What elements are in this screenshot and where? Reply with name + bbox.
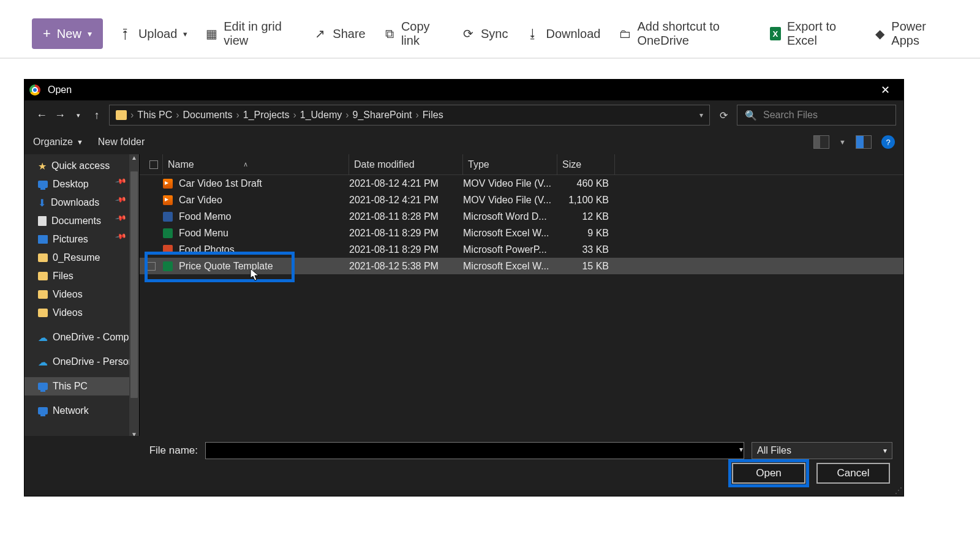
filter-label: All Files xyxy=(757,445,791,456)
sidebar-item[interactable]: Videos xyxy=(24,285,139,304)
export-excel-button[interactable]: X Export to Excel xyxy=(767,16,858,51)
sidebar-scrollbar[interactable]: ▲▼ xyxy=(129,154,139,441)
col-type-label: Type xyxy=(468,159,489,170)
help-button[interactable]: ? xyxy=(881,135,895,149)
upload-icon: ⭱ xyxy=(119,27,132,40)
search-icon: 🔍 xyxy=(745,110,757,121)
upload-label: Upload xyxy=(138,27,177,41)
col-name[interactable]: Name∧ xyxy=(163,154,349,174)
cancel-button[interactable]: Cancel xyxy=(816,463,890,484)
breadcrumb-seg[interactable]: This PC xyxy=(137,110,172,121)
forward-button[interactable]: → xyxy=(53,109,67,122)
download-icon: ⭳ xyxy=(526,27,540,40)
sidebar-item[interactable]: 0_Resume xyxy=(24,249,139,267)
add-shortcut-button[interactable]: 🗀 Add shortcut to OneDrive xyxy=(616,16,753,51)
address-bar[interactable]: › This PC› Documents› 1_Projects› 1_Udem… xyxy=(109,105,710,126)
sidebar-item[interactable]: ★Quick access xyxy=(24,157,139,175)
file-row[interactable]: Car Video2021-08-12 4:21 PMMOV Video Fil… xyxy=(140,192,903,208)
chevron-down-icon: ▼ xyxy=(77,138,83,146)
file-name-input[interactable] xyxy=(205,442,744,459)
resize-grip[interactable]: ⋰ xyxy=(895,486,901,495)
breadcrumb-seg[interactable]: Files xyxy=(423,110,443,121)
dialog-title: Open xyxy=(48,84,72,96)
dialog-footer: File name: ▾ All Files ▾ Open Cancel ⋰ xyxy=(24,436,903,496)
sidebar-item[interactable]: Desktop📌 xyxy=(24,175,139,193)
chevron-down-icon: ▾ xyxy=(88,29,92,39)
sidebar-item[interactable]: ☁OneDrive - Persor xyxy=(24,353,139,371)
sidebar-item[interactable]: Documents📌 xyxy=(24,212,139,230)
edit-grid-label: Edit in grid view xyxy=(224,20,295,48)
organize-label: Organize xyxy=(33,137,73,148)
recent-dropdown[interactable]: ▾ xyxy=(71,111,86,119)
download-button[interactable]: ⭳ Download xyxy=(524,23,603,45)
grid-icon: ▦ xyxy=(206,27,217,40)
back-button[interactable]: ← xyxy=(34,109,49,122)
col-date[interactable]: Date modified xyxy=(349,154,463,174)
file-type-filter[interactable]: All Files ▾ xyxy=(752,442,892,459)
sidebar-item[interactable]: Network xyxy=(24,402,139,420)
chevron-down-icon[interactable]: ▼ xyxy=(839,138,846,146)
dialog-toolbar: Organize ▼ New folder ▼ ? xyxy=(24,130,903,154)
search-placeholder: Search Files xyxy=(763,110,818,121)
upload-button[interactable]: ⭱ Upload ▾ xyxy=(116,23,190,45)
nav-row: ← → ▾ ↑ › This PC› Documents› 1_Projects… xyxy=(24,100,903,130)
file-row[interactable]: Car Video 1st Draft2021-08-12 4:21 PMMOV… xyxy=(140,175,903,192)
organize-menu[interactable]: Organize ▼ xyxy=(33,137,83,148)
chrome-icon xyxy=(29,84,40,96)
sidebar-item[interactable]: Files xyxy=(24,267,139,285)
sidebar-item[interactable]: Pictures📌 xyxy=(24,230,139,249)
plus-icon: + xyxy=(43,26,51,42)
col-size[interactable]: Size xyxy=(557,154,615,174)
file-name-label: File name: xyxy=(149,444,198,457)
sidebar-item[interactable]: This PC xyxy=(24,377,139,395)
breadcrumb-seg[interactable]: 1_Udemy xyxy=(300,110,342,121)
sidebar-item[interactable]: ⬇Downloads📌 xyxy=(24,193,139,212)
download-label: Download xyxy=(546,27,600,41)
file-row[interactable]: Food Photos2021-08-11 8:29 PMMicrosoft P… xyxy=(140,241,903,258)
file-row[interactable]: Price Quote Template2021-08-12 5:38 PMMi… xyxy=(140,258,903,274)
search-input[interactable]: 🔍 Search Files xyxy=(737,105,896,126)
breadcrumb-seg[interactable]: Documents xyxy=(183,110,233,121)
sidebar-item[interactable]: ☁OneDrive - Comp xyxy=(24,328,139,347)
new-label: New xyxy=(57,27,81,41)
folder-shortcut-icon: 🗀 xyxy=(619,27,631,40)
copy-link-label: Copy link xyxy=(401,20,443,48)
file-row[interactable]: Food Menu2021-08-11 8:29 PMMicrosoft Exc… xyxy=(140,225,903,241)
new-folder-button[interactable]: New folder xyxy=(98,137,145,148)
select-all-checkbox[interactable] xyxy=(140,154,163,174)
power-apps-button[interactable]: ◆ Power Apps xyxy=(872,16,948,51)
shortcut-label: Add shortcut to OneDrive xyxy=(637,20,751,48)
up-button[interactable]: ↑ xyxy=(89,109,104,122)
file-row[interactable]: Food Memo2021-08-11 8:28 PMMicrosoft Wor… xyxy=(140,208,903,225)
sync-label: Sync xyxy=(481,27,508,41)
chevron-down-icon[interactable]: ▾ xyxy=(739,445,743,454)
refresh-button[interactable]: ⟳ xyxy=(715,110,732,121)
open-file-dialog: Open ✕ ← → ▾ ↑ › This PC› Documents› 1_P… xyxy=(24,80,903,496)
chevron-down-icon: ▾ xyxy=(883,446,887,455)
copy-link-button[interactable]: ⧉ Copy link xyxy=(382,16,445,51)
new-button[interactable]: + New ▾ xyxy=(32,18,103,49)
col-type[interactable]: Type xyxy=(463,154,557,174)
share-button[interactable]: ↗ Share xyxy=(311,23,368,45)
column-headers: Name∧ Date modified Type Size xyxy=(140,154,903,175)
breadcrumb-seg[interactable]: 1_Projects xyxy=(243,110,290,121)
close-button[interactable]: ✕ xyxy=(872,80,899,100)
chevron-down-icon[interactable]: ▾ xyxy=(699,111,703,119)
sort-asc-icon: ∧ xyxy=(243,160,248,168)
power-label: Power Apps xyxy=(891,20,946,48)
breadcrumb-seg[interactable]: 9_SharePoint xyxy=(353,110,412,121)
preview-pane-button[interactable] xyxy=(856,135,872,149)
sidebar: ★Quick accessDesktop📌⬇Downloads📌Document… xyxy=(24,154,140,441)
file-list: Name∧ Date modified Type Size Car Video … xyxy=(140,154,903,441)
sync-button[interactable]: ⟳ Sync xyxy=(459,23,510,45)
col-name-label: Name xyxy=(168,159,194,170)
col-size-label: Size xyxy=(562,159,581,170)
share-icon: ↗ xyxy=(313,27,326,40)
sidebar-item[interactable]: Videos xyxy=(24,304,139,322)
new-folder-label: New folder xyxy=(98,137,145,147)
col-date-label: Date modified xyxy=(354,159,415,170)
open-button[interactable]: Open xyxy=(732,463,805,484)
view-details-button[interactable] xyxy=(813,135,829,149)
sync-icon: ⟳ xyxy=(461,27,475,40)
edit-grid-button[interactable]: ▦ Edit in grid view xyxy=(203,16,297,51)
